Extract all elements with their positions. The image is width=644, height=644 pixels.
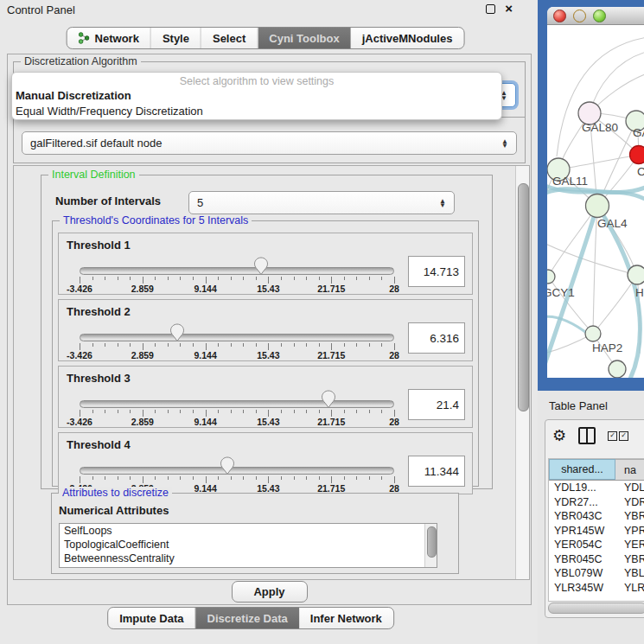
tab-infer-network[interactable]: Infer Network <box>299 608 393 628</box>
popup-prompt-item: Select algorithm to view settings <box>12 75 501 87</box>
table-row[interactable]: YLR345WYLR3 <box>549 581 644 596</box>
numerical-attributes-label: Numerical Attributes <box>59 504 169 517</box>
node-bottom-partial[interactable] <box>609 360 626 378</box>
threshold-4-slider-thumb[interactable] <box>220 456 235 477</box>
table-row[interactable]: YPR145WYPR1 <box>549 524 644 539</box>
network-canvas[interactable]: GAL80 GA C GAL11 GAL4 GCY1 H HAP2 <box>547 25 644 378</box>
cyni-toolbox-panel: Discretization Algorithm ▲▼ Select algor… <box>7 54 532 605</box>
network-icon <box>79 32 90 44</box>
scrollbar-thumb[interactable] <box>518 183 529 411</box>
popup-option-manual-discretization[interactable]: Manual Discretization <box>12 89 501 102</box>
tab-jactivemnodules[interactable]: jActiveMNodules <box>351 28 464 48</box>
node-gal4[interactable] <box>586 194 609 218</box>
close-traffic-light-icon[interactable] <box>553 10 566 22</box>
slider-tick-labels: -3.4262.8599.14415.4321.71528 <box>80 417 394 427</box>
threshold-2-slider-track[interactable] <box>80 334 394 341</box>
table-row[interactable]: YBR043CYBR0 <box>549 509 644 524</box>
svg-text:GA: GA <box>633 126 644 139</box>
threshold-4-panel: Threshold 4 -3.4262.8599.14415.4321.7152… <box>58 432 473 494</box>
node-clipped-right[interactable] <box>628 265 644 284</box>
table-row[interactable]: YBL079WYBL0 <box>549 566 644 581</box>
table-row[interactable]: YER054CYER0 <box>549 538 644 552</box>
split-columns-icon[interactable] <box>578 427 596 444</box>
table-row[interactable]: YBR045CYBR0 <box>549 552 644 567</box>
table-rows: YDL19...YDL1YDR27...YDR2YBR043CYBR0YPR14… <box>549 481 644 596</box>
tab-impute-data[interactable]: Impute Data <box>108 608 194 628</box>
svg-text:GAL4: GAL4 <box>597 217 628 230</box>
threshold-1-slider-thumb[interactable] <box>254 257 269 277</box>
node-hap2[interactable] <box>585 326 601 341</box>
gear-icon[interactable]: ⚙ <box>552 428 566 443</box>
slider-tick-labels: -3.4262.8599.14415.4321.71528 <box>80 350 394 360</box>
svg-text:GCY1: GCY1 <box>547 286 575 299</box>
table-data-combobox[interactable]: galFiltered.sif default node ▲▼ <box>22 131 517 155</box>
column-header-name[interactable]: na <box>615 459 644 480</box>
threshold-3-panel: Threshold 3 -3.4262.8599.14415.4321.7152… <box>58 366 473 428</box>
node-table: shared... na YDL19...YDL1YDR27...YDR2YBR… <box>548 458 644 602</box>
tab-style[interactable]: Style <box>150 28 201 48</box>
table-row[interactable]: YDL19...YDL1 <box>549 481 644 495</box>
settings-scrollpane: Interval Definition Number of Intervals … <box>13 165 530 580</box>
threshold-3-slider-thumb[interactable] <box>321 390 335 411</box>
checkbox-icon: ✓ <box>608 431 617 441</box>
table-panel-box: ⚙ ✓ ✓ shared... na YDL19...YDL1YDR27...Y… <box>545 419 644 618</box>
number-of-intervals-label: Number of Intervals <box>55 194 161 207</box>
panel-title: Control Panel <box>7 3 75 16</box>
threshold-3-slider-track[interactable] <box>80 400 394 408</box>
node-gcy1[interactable] <box>547 270 555 284</box>
attributes-list-scrollbar[interactable] <box>424 524 437 567</box>
svg-text:GAL11: GAL11 <box>552 175 588 188</box>
table-row[interactable]: YDR27...YDR2 <box>549 495 644 510</box>
threshold-1-slider-track[interactable] <box>80 267 394 275</box>
control-panel: Control Panel × Network Style Select Cyn… <box>0 0 537 644</box>
close-icon[interactable]: × <box>505 3 513 14</box>
list-item[interactable]: TopologicalCoefficient <box>60 538 437 552</box>
number-of-intervals-combobox[interactable]: 5 ▲▼ <box>188 191 455 214</box>
svg-text:H: H <box>635 286 644 299</box>
select-columns-icons[interactable]: ✓ ✓ <box>608 431 628 441</box>
combo-arrows-icon: ▲▼ <box>501 138 508 148</box>
list-item[interactable]: SelfLoops <box>60 524 437 538</box>
table-panel: Table Panel ⚙ ✓ ✓ shared... na YDL19...Y… <box>538 391 644 644</box>
interval-definition-group: Interval Definition Number of Intervals … <box>41 175 493 489</box>
control-panel-tabs: Network Style Select Cyni Toolbox jActiv… <box>67 27 465 49</box>
apply-button[interactable]: Apply <box>232 581 308 603</box>
numerical-attributes-list: SelfLoops TopologicalCoefficient Between… <box>59 523 437 568</box>
popup-option-equal-width-frequency[interactable]: Equal Width/Frequency Discretization <box>12 105 501 118</box>
list-item[interactable]: BetweennessCentrality <box>60 552 437 565</box>
settings-vertical-scrollbar[interactable] <box>515 166 529 579</box>
attributes-to-discretize-group: Attributes to discretize Numerical Attri… <box>51 493 459 574</box>
table-header-row: shared... na <box>549 459 644 481</box>
float-window-icon[interactable] <box>486 4 495 14</box>
threshold-2-value-field[interactable]: 6.316 <box>408 322 465 354</box>
zoom-traffic-light-icon[interactable] <box>593 10 606 22</box>
checkbox-icon: ✓ <box>619 431 628 441</box>
slider-tick-labels: -3.4262.8599.14415.4321.71528 <box>80 284 394 294</box>
table-horizontal-scrollbar[interactable] <box>548 603 644 614</box>
node-red-selected[interactable] <box>630 146 644 164</box>
interval-definition-legend: Interval Definition <box>48 169 139 181</box>
threshold-coordinates-legend: Threshold's Coordinates for 5 Intervals <box>60 214 252 226</box>
tab-network-label: Network <box>95 32 139 45</box>
tab-select[interactable]: Select <box>201 28 257 48</box>
threshold-4-slider-track[interactable] <box>80 467 394 475</box>
svg-text:GAL80: GAL80 <box>582 121 618 134</box>
table-row[interactable]: YIL052CYIL0 <box>549 595 644 596</box>
threshold-2-panel: Threshold 2 -3.4262.8599.14415.4321.7152… <box>58 299 473 361</box>
discretization-algorithm-legend: Discretization Algorithm <box>21 55 141 67</box>
tab-network[interactable]: Network <box>67 28 150 48</box>
network-view-window: GAL80 GA C GAL11 GAL4 GCY1 H HAP2 <box>547 7 644 378</box>
column-header-shared-name[interactable]: shared... <box>549 459 615 480</box>
tab-discretize-data[interactable]: Discretize Data <box>195 608 299 628</box>
threshold-1-value-field[interactable]: 14.713 <box>408 256 465 287</box>
svg-text:HAP2: HAP2 <box>592 341 622 354</box>
threshold-2-slider-thumb[interactable] <box>169 323 184 344</box>
table-panel-title: Table Panel <box>549 399 608 412</box>
combo-arrows-icon: ▲▼ <box>439 198 446 207</box>
tab-cyni-toolbox[interactable]: Cyni Toolbox <box>257 28 350 48</box>
threshold-4-value-field[interactable]: 11.344 <box>408 456 465 487</box>
network-window-frame[interactable]: GAL80 GA C GAL11 GAL4 GCY1 H HAP2 <box>538 0 644 391</box>
threshold-3-value-field[interactable]: 21.4 <box>408 389 465 420</box>
table-toolbar: ⚙ ✓ ✓ <box>552 427 628 444</box>
minimize-traffic-light-icon[interactable] <box>573 10 586 22</box>
